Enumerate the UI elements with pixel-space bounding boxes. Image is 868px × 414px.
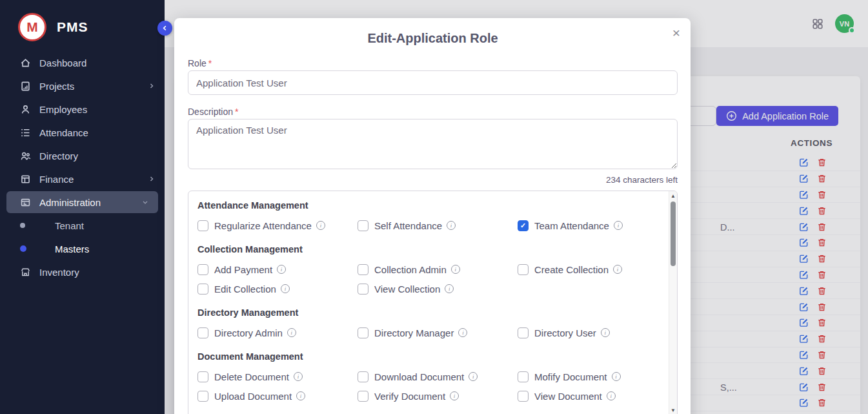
sidebar-item-attendance[interactable]: Attendance <box>0 121 165 144</box>
checkbox-box[interactable] <box>358 264 368 275</box>
sidebar-item-directory[interactable]: Directory <box>0 144 165 167</box>
checkbox-edit-collection[interactable]: Edit Collection <box>197 279 358 298</box>
scroll-up-arrow-icon[interactable] <box>669 191 677 200</box>
checkbox-label: Self Attendance <box>374 220 442 231</box>
checkbox-delete-document[interactable]: Delete Document <box>197 367 358 386</box>
sidebar-item-label: Employees <box>39 104 156 115</box>
checkbox-box[interactable] <box>358 284 368 295</box>
report-icon <box>20 80 32 92</box>
checkbox-box[interactable] <box>518 371 529 382</box>
checkbox-box[interactable] <box>518 391 529 402</box>
info-icon[interactable] <box>458 328 467 337</box>
app-name: PMS <box>57 19 88 35</box>
sidebar-item-inventory[interactable]: Inventory <box>0 260 165 284</box>
checkbox-view-document[interactable]: View Document <box>518 386 658 406</box>
chevron-right-icon <box>148 175 156 183</box>
checkbox-view-collection[interactable]: View Collection <box>358 279 518 298</box>
info-icon[interactable] <box>281 284 290 293</box>
scrollbar-thumb[interactable] <box>671 202 676 266</box>
sidebar-item-projects[interactable]: Projects <box>0 74 165 98</box>
sidebar-item-dashboard[interactable]: Dashboard <box>0 51 165 74</box>
sidebar-item-finance[interactable]: Finance <box>0 167 165 191</box>
checkbox-box[interactable] <box>358 220 368 231</box>
checkbox-box[interactable] <box>197 327 208 338</box>
checkbox-team-attendance[interactable]: Team Attendance <box>518 216 658 235</box>
checkbox-label: Verify Document <box>374 391 445 402</box>
info-icon[interactable] <box>316 221 325 230</box>
sidebar-item-tenant[interactable]: Tenant <box>0 214 165 237</box>
checkbox-label: View Collection <box>374 284 440 295</box>
checkbox-box[interactable] <box>197 264 208 275</box>
info-icon[interactable] <box>607 391 616 400</box>
bullet-active-icon <box>20 245 26 252</box>
checkbox-mofify-document[interactable]: Mofify Document <box>518 367 658 386</box>
scrollbar-track[interactable] <box>669 191 677 414</box>
info-icon[interactable] <box>445 284 454 293</box>
edit-application-role-modal: × Edit-Application Role Role* Descriptio… <box>174 18 691 414</box>
section-heading: Collection Management <box>197 243 658 256</box>
checkbox-add-payment[interactable]: Add Payment <box>197 260 358 279</box>
checkbox-directory-admin[interactable]: Directory Admin <box>197 323 358 342</box>
logo-icon: M <box>18 13 46 41</box>
role-label-text: Role <box>188 58 207 68</box>
sidebar-item-label: Finance <box>39 174 148 185</box>
checkbox-box[interactable] <box>197 371 208 382</box>
description-label: Description* <box>188 107 678 117</box>
checkbox-collection-admin[interactable]: Collection Admin <box>358 260 518 279</box>
checkbox-verify-document[interactable]: Verify Document <box>358 386 518 406</box>
checkbox-download-document[interactable]: Download Document <box>358 367 518 386</box>
administration-icon <box>20 196 32 208</box>
home-icon <box>20 57 32 68</box>
checkbox-label: Create Collection <box>534 264 609 275</box>
sidebar-collapse-button[interactable] <box>157 21 172 36</box>
checkbox-box[interactable] <box>197 284 208 295</box>
close-icon[interactable]: × <box>672 26 680 39</box>
checkbox-self-attendance[interactable]: Self Attendance <box>358 216 518 235</box>
section-heading: Document Management <box>197 350 658 363</box>
checkbox-box[interactable] <box>358 327 368 338</box>
info-icon[interactable] <box>277 265 286 274</box>
info-icon[interactable] <box>296 391 305 400</box>
info-icon[interactable] <box>612 372 621 381</box>
scroll-down-arrow-icon[interactable] <box>669 406 677 414</box>
checkbox-box[interactable] <box>358 391 368 402</box>
sidebar-item-administration[interactable]: Administration <box>6 191 158 213</box>
role-label: Role* <box>188 58 678 68</box>
info-icon[interactable] <box>447 221 456 230</box>
sidebar-item-label: Masters <box>55 243 89 254</box>
permission-section-attendance: Attendance Management Regularize Attenda… <box>197 199 658 235</box>
info-icon[interactable] <box>601 328 610 337</box>
checkbox-box[interactable] <box>518 220 529 231</box>
sidebar-item-label: Projects <box>39 81 148 92</box>
checkbox-box[interactable] <box>518 264 529 275</box>
checkbox-upload-document[interactable]: Upload Document <box>197 386 358 406</box>
sidebar-item-masters[interactable]: Masters <box>0 237 165 260</box>
checkbox-box[interactable] <box>358 371 368 382</box>
checkbox-box[interactable] <box>518 327 529 338</box>
checkbox-label: View Document <box>534 391 602 402</box>
role-input[interactable] <box>188 70 678 95</box>
sidebar-item-label: Inventory <box>39 267 156 278</box>
checkbox-label: Directory Admin <box>214 327 283 338</box>
info-icon[interactable] <box>294 372 303 381</box>
store-icon <box>20 266 32 278</box>
checkbox-create-collection[interactable]: Create Collection <box>518 260 658 279</box>
sidebar-item-employees[interactable]: Employees <box>0 98 165 121</box>
checkbox-directory-manager[interactable]: Directory Manager <box>358 323 518 342</box>
permissions-panel: Attendance Management Regularize Attenda… <box>188 191 678 414</box>
finance-icon <box>20 173 32 185</box>
info-icon[interactable] <box>614 221 623 230</box>
section-heading: Attendance Management <box>197 199 658 212</box>
checkbox-label: Edit Collection <box>214 284 276 295</box>
checkbox-box[interactable] <box>197 220 208 231</box>
checkbox-regularize-attendance[interactable]: Regularize Attendance <box>197 216 358 235</box>
info-icon[interactable] <box>287 328 296 337</box>
checkbox-directory-user[interactable]: Directory User <box>518 323 658 342</box>
info-icon[interactable] <box>450 391 459 400</box>
info-icon[interactable] <box>469 372 478 381</box>
checkbox-box[interactable] <box>197 391 208 402</box>
description-textarea[interactable]: Application Test User <box>188 119 678 169</box>
info-icon[interactable] <box>613 265 622 274</box>
people-icon <box>20 150 32 161</box>
info-icon[interactable] <box>451 265 460 274</box>
